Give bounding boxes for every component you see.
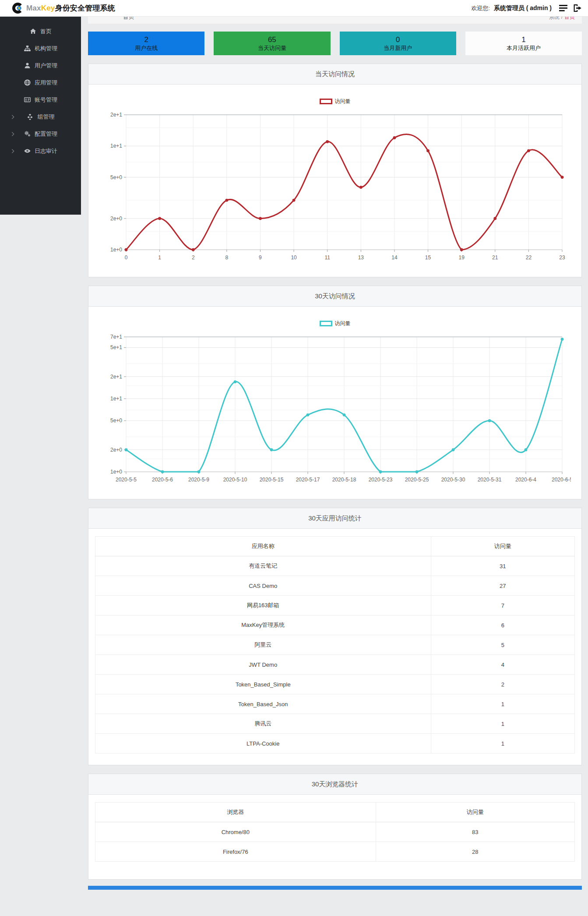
table-cell: Firefox/76: [95, 842, 376, 862]
sidebar-item-config[interactable]: 配置管理: [0, 125, 81, 142]
table-cell: LTPA-Cookie: [95, 734, 431, 753]
series-line: [126, 134, 562, 250]
sidebar-item-groups[interactable]: 组管理: [0, 108, 81, 125]
stat-cards: 2用户在线65当天访问量0当月新用户1本月活跃用户: [88, 32, 582, 55]
sidebar-item-org[interactable]: 机构管理: [0, 40, 81, 57]
legend-visits[interactable]: 访问量: [92, 320, 578, 327]
panel-today-visits: 当天访问情况 访问量 2e+11e+15e+02e+01e+0012891011…: [88, 64, 582, 277]
table-cell: Token_Based_Json: [95, 694, 431, 714]
panel-title: 30天访问情况: [88, 286, 581, 307]
table-header-row: 浏览器访问量: [95, 803, 575, 822]
panel-title: 30天应用访问统计: [88, 508, 581, 529]
sidebar-item-users[interactable]: 用户管理: [0, 57, 81, 74]
table-header-cell: 访问量: [376, 803, 574, 822]
table-cell: 阿里云: [95, 635, 431, 655]
sidebar-item-label: 首页: [40, 28, 52, 35]
svg-text:5e+0: 5e+0: [110, 174, 122, 180]
table-row: 有道云笔记31: [95, 556, 575, 576]
maxkey-logo-icon: [12, 2, 24, 14]
table-cell: Token_Based_Simple: [95, 675, 431, 694]
chart-x-axis: 01289101113141519212223: [125, 250, 565, 261]
main-content: 首页 系统/首页 2用户在线65当天访问量0当月新用户1本月活跃用户 当天访问情…: [81, 0, 588, 890]
sidebar-item-apps[interactable]: 应用管理: [0, 74, 81, 91]
sidebar-item-audit[interactable]: 日志审计: [0, 142, 81, 159]
table-cell: 5: [431, 635, 575, 655]
table-cell: 1: [431, 714, 575, 734]
stat-value: 0: [396, 36, 400, 43]
svg-text:21: 21: [492, 255, 498, 261]
table-cell: 有道云笔记: [95, 556, 431, 576]
table-row: 腾讯云1: [95, 714, 575, 734]
sidebar-item-accounts[interactable]: 账号管理: [0, 91, 81, 108]
svg-text:13: 13: [358, 255, 364, 261]
logout-button[interactable]: [572, 4, 583, 13]
svg-text:2020-5-15: 2020-5-15: [260, 477, 284, 483]
panel-app-stats: 30天应用访问统计 应用名称访问量有道云笔记31CAS Demo27网易163邮…: [88, 508, 582, 765]
footer-bar: [88, 886, 582, 890]
today-visits-line-chart: 2e+11e+15e+02e+01e+001289101113141519212…: [99, 109, 571, 272]
idcard-icon: [24, 96, 31, 103]
table-cell: MaxKey管理系统: [95, 615, 431, 635]
svg-text:15: 15: [425, 255, 431, 261]
svg-text:19: 19: [458, 255, 465, 261]
sidebar-item-label: 配置管理: [35, 130, 57, 138]
svg-text:2020-5-17: 2020-5-17: [296, 477, 320, 483]
table-cell: 27: [431, 576, 575, 596]
svg-text:2020-6-4: 2020-6-4: [515, 477, 536, 483]
svg-text:23: 23: [559, 255, 565, 261]
table-header-cell: 应用名称: [95, 537, 431, 556]
table-row: 网易163邮箱7: [95, 596, 575, 615]
sidebar-item-label: 机构管理: [35, 45, 57, 53]
chevron-right-icon: [11, 131, 14, 136]
table-cell: 4: [431, 655, 575, 675]
welcome-label: 欢迎您:: [471, 4, 490, 12]
svg-text:14: 14: [391, 255, 398, 261]
svg-text:2e+0: 2e+0: [110, 447, 122, 453]
panel-30day-visits: 30天访问情况 访问量 7e+15e+12e+11e+15e+02e+01e+0…: [88, 286, 582, 499]
table-cell: 28: [376, 842, 574, 862]
chevron-right-icon: [11, 114, 14, 119]
table-row: CAS Demo27: [95, 576, 575, 596]
gears-icon: [24, 131, 31, 137]
svg-text:2020-5-10: 2020-5-10: [223, 477, 247, 483]
globe-icon: [24, 79, 31, 86]
table-cell: CAS Demo: [95, 576, 431, 596]
current-user: 系统管理员 ( admin ): [494, 4, 552, 12]
svg-text:2020-6-5: 2020-6-5: [552, 477, 571, 483]
home-icon: [29, 28, 36, 35]
table-cell: 1: [431, 734, 575, 753]
eye-icon: [24, 148, 31, 154]
table-row: Token_Based_Json1: [95, 694, 575, 714]
legend-swatch: [320, 99, 332, 104]
svg-text:9: 9: [259, 255, 262, 261]
user-icon: [24, 62, 31, 69]
app-visits-table: 应用名称访问量有道云笔记31CAS Demo27网易163邮箱7MaxKey管理…: [95, 536, 575, 753]
table-row: Chrome/8083: [95, 822, 575, 842]
table-cell: 腾讯云: [95, 714, 431, 734]
svg-text:22: 22: [526, 255, 532, 261]
table-row: LTPA-Cookie1: [95, 734, 575, 753]
table-header-cell: 访问量: [431, 537, 575, 556]
svg-text:1e+0: 1e+0: [110, 469, 122, 475]
svg-text:10: 10: [291, 255, 297, 261]
list-icon: [559, 5, 567, 11]
legend-swatch: [320, 321, 332, 326]
legend-visits[interactable]: 访问量: [92, 98, 578, 105]
stat-label: 当天访问量: [258, 45, 286, 51]
series-points: [125, 136, 564, 251]
30day-visits-line-chart: 7e+15e+12e+11e+15e+02e+01e+02020-5-52020…: [99, 331, 571, 494]
svg-text:2020-5-23: 2020-5-23: [369, 477, 393, 483]
sidebar-item-home[interactable]: 首页: [0, 23, 81, 40]
chevron-right-icon: [11, 149, 14, 153]
svg-text:1: 1: [158, 255, 161, 261]
table-cell: 7: [431, 596, 575, 615]
sidebar-item-label: 日志审计: [35, 147, 57, 155]
page: { "header": { "brand": { "part1": "Max",…: [0, 0, 588, 916]
table-cell: 83: [376, 822, 574, 842]
menu-toggle-button[interactable]: [558, 4, 568, 12]
stat-value: 65: [268, 36, 276, 43]
panel-title: 当天访问情况: [88, 64, 581, 85]
svg-text:2e+0: 2e+0: [110, 216, 122, 222]
stat-value: 2: [144, 36, 148, 43]
svg-text:2020-5-31: 2020-5-31: [478, 477, 502, 483]
